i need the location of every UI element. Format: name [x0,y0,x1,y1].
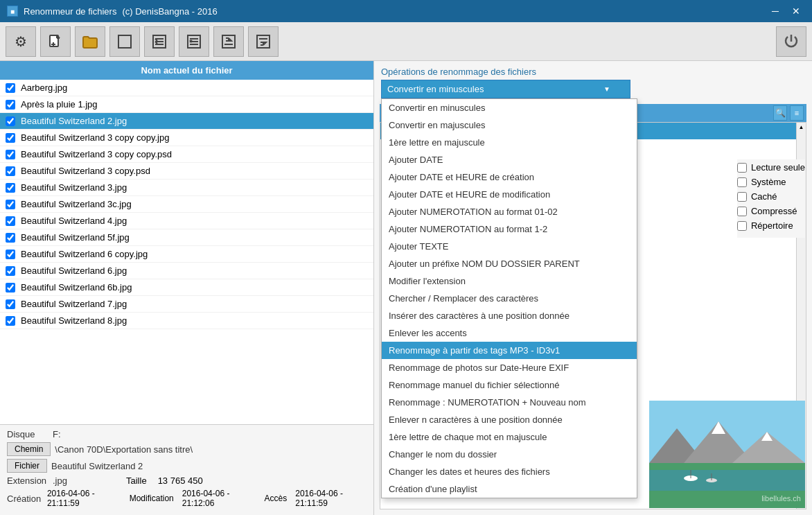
dropdown-option[interactable]: Modifier l'extension [382,272,637,290]
file-item[interactable]: Beautiful Switzerland 3 copy.psd [0,163,373,180]
file-item[interactable]: Beautiful Switzerland 3 copy copy.psd [0,146,373,163]
property-item: Système [737,177,805,187]
scroll-up-icon[interactable]: ▲ [799,124,804,130]
power-button[interactable] [776,26,806,57]
file-item[interactable]: Beautiful Switzerland 6b.jpg [0,279,373,296]
file-checkbox[interactable] [6,100,15,110]
file-checkbox[interactable] [6,83,15,93]
file-checkbox[interactable] [6,266,15,276]
disk-value: F: [53,429,367,439]
chemin-row: Chemin \Canon 70D\Exportation sans titre… [7,442,367,456]
dropdown-option[interactable]: Renommage de photos sur Date-Heure EXIF [382,359,637,376]
left-panel: Nom actuel du fichier Aarberg.jpgAprès l… [0,61,374,515]
dropdown-option[interactable]: 1ère lettre de chaque mot en majuscule [382,428,637,446]
file-checkbox[interactable] [6,299,15,309]
dropdown-option[interactable]: Ajouter TEXTE [382,238,637,255]
file-checkbox[interactable] [6,316,15,326]
dropdown-option[interactable]: Insérer des caractères à une position do… [382,307,637,324]
toolbar-left: ⚙ [6,26,279,57]
file-item[interactable]: Beautiful Switzerland 8.jpg [0,313,373,329]
search-button[interactable]: 🔍 [773,105,787,121]
open-folder-button[interactable] [75,26,105,57]
dropdown-option[interactable]: Enlever n caractères à une position donn… [382,411,637,428]
property-checkbox[interactable] [737,177,747,187]
file-item[interactable]: Après la pluie 1.jpg [0,96,373,113]
file-item[interactable]: Beautiful Switzerland 3c.jpg [0,196,373,213]
property-checkbox[interactable] [737,163,747,173]
file-checkbox[interactable] [6,250,15,259]
file-name: Beautiful Switzerland 3 copy copy.psd [21,149,172,159]
filter-button[interactable]: ≡ [790,105,804,121]
dropdown-option[interactable]: Changer les dates et heures des fichiers [382,463,637,480]
file-item[interactable]: Beautiful Switzerland 6.jpg [0,263,373,279]
app-subtitle: (c) DenisBangna - 2016 [122,6,217,17]
file-checkbox[interactable] [6,116,15,126]
import-button[interactable] [248,26,279,57]
chevron-down-icon: ▼ [603,85,610,93]
file-checkbox[interactable] [6,133,15,143]
dropdown-option[interactable]: Convertir en majuscules [382,116,637,134]
dropdown-option[interactable]: Chercher / Remplacer des caractères [382,290,637,307]
dropdown-option[interactable]: Renommage : NUMEROTATION + Nouveau nom [382,394,637,411]
close-button[interactable]: ✕ [787,3,805,19]
property-checkbox[interactable] [737,207,747,216]
ext-label: Extension [7,475,48,486]
taille-value: 13 765 450 [158,475,203,486]
dropdown-option[interactable]: Enlever les accents [382,324,637,342]
dropdown-option[interactable]: Convertir en minuscules [382,99,637,116]
dropdown-option[interactable]: Création d'une playlist [382,480,637,498]
dropdown-option[interactable]: Ajouter DATE [382,151,637,168]
acces-value: 2016-04-06 - 21:11:59 [295,489,367,508]
ext-value: .jpg [53,475,94,486]
file-checkbox[interactable] [6,166,15,176]
file-checkbox[interactable] [6,183,15,193]
dropdown-option[interactable]: Changer le nom du dossier [382,446,637,463]
properties-panel: Lecture seuleSystèmeCachéCompresséRépert… [737,159,805,238]
dropdown-option[interactable]: Ajouter NUMEROTATION au format 01-02 [382,203,637,220]
file-item[interactable]: Beautiful Switzerland 7.jpg [0,296,373,313]
file-name: Beautiful Switzerland 7.jpg [21,299,127,309]
dropdown-option[interactable]: Ajouter un préfixe NOM DU DOSSIER PARENT [382,255,637,272]
export-button[interactable] [213,26,244,57]
list-x-button[interactable] [179,26,209,57]
property-checkbox[interactable] [737,221,747,231]
file-name: Beautiful Switzerland 3 copy copy.jpg [21,132,169,143]
file-list[interactable]: Aarberg.jpgAprès la pluie 1.jpgBeautiful… [0,80,373,424]
dropdown-option[interactable]: 1ère lettre en majuscule [382,134,637,151]
dropdown-option[interactable]: Ajouter DATE et HEURE de modification [382,186,637,203]
add-file-button[interactable] [40,26,71,57]
file-item[interactable]: Aarberg.jpg [0,80,373,96]
file-item[interactable]: Beautiful Switzerland 3 copy copy.jpg [0,130,373,146]
settings-button[interactable]: ⚙ [6,26,36,57]
watermark: libellules.ch [761,494,801,503]
file-item[interactable]: Beautiful Switzerland 2.jpg [0,113,373,130]
file-checkbox[interactable] [6,200,15,209]
dropdown-option[interactable]: Ajouter NUMEROTATION au format 1-2 [382,220,637,238]
toolbar: ⚙ [0,22,812,61]
dropdown-selected[interactable]: Convertir en minuscules ▼ [381,80,630,98]
preview-image: libellules.ch [649,401,805,508]
fichier-button[interactable]: Fichier [7,459,47,473]
property-checkbox[interactable] [737,192,747,202]
file-item[interactable]: Beautiful Switzerland 6 copy.jpg [0,246,373,263]
file-item[interactable]: Beautiful Switzerland 3.jpg [0,180,373,196]
ops-dropdown[interactable]: Convertir en minuscules ▼ Convertir en m… [381,80,630,98]
file-name: Beautiful Switzerland 3 copy.psd [21,166,150,176]
dropdown-option[interactable]: Renommage à partir des tags MP3 - ID3v1 [382,342,637,359]
file-list-header: Nom actuel du fichier [0,61,373,80]
file-checkbox[interactable] [6,283,15,293]
property-item: Compressé [737,206,805,216]
taille-label: Taille [126,475,147,486]
file-name: Beautiful Switzerland 3.jpg [21,182,127,193]
minimize-button[interactable]: ─ [766,3,784,19]
dropdown-option[interactable]: Ajouter DATE et HEURE de création [382,168,637,186]
file-checkbox[interactable] [6,216,15,226]
file-item[interactable]: Beautiful Switzerland 5f.jpg [0,229,373,246]
file-checkbox[interactable] [6,233,15,243]
chemin-button[interactable]: Chemin [7,442,51,456]
dropdown-option[interactable]: Renommage manuel du fichier sélectionné [382,376,637,394]
list-check-button[interactable] [144,26,175,57]
file-item[interactable]: Beautiful Switzerland 4.jpg [0,213,373,229]
file-checkbox[interactable] [6,150,15,159]
border-button[interactable] [109,26,140,57]
